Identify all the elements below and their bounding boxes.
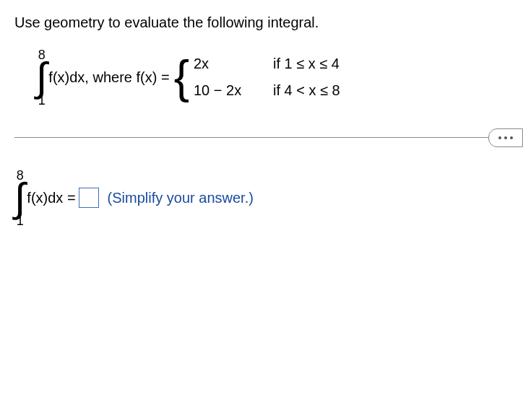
more-options-button[interactable] [488,128,523,147]
piecewise-definition: { 2x if 1 ≤ x ≤ 4 10 − 2x if 4 < x ≤ 8 [174,56,340,99]
integral-definition: 8 ∫ 1 f(x)dx, where f(x) = { 2x if 1 ≤ x… [36,48,509,107]
answer-integral-sign: ∫ [14,182,25,214]
case-expr-1: 2x [194,56,273,72]
answer-lower-bound: 1 [17,214,24,227]
prompt-text: Use geometry to evaluate the following i… [14,14,319,30]
answer-row: 8 ∫ 1 f(x)dx = (Simplify your answer.) [14,169,509,227]
case-row-2: 10 − 2x if 4 < x ≤ 8 [194,82,340,99]
answer-input[interactable] [79,188,99,208]
answer-integrand: f(x)dx = [27,190,75,206]
case-row-1: 2x if 1 ≤ x ≤ 4 [194,56,340,72]
case-cond-2: if 4 < x ≤ 8 [273,82,340,99]
where-label: where f(x) = [92,69,169,85]
divider-row [14,128,509,147]
integral-sign: ∫ [36,61,47,94]
case-expr-2: 10 − 2x [194,82,273,99]
answer-integral-symbol-group: 8 ∫ 1 [14,169,25,227]
answer-hint: (Simplify your answer.) [108,190,254,206]
problem-prompt: Use geometry to evaluate the following i… [14,14,509,31]
integrand-text: f(x)dx, where f(x) = [48,69,169,86]
left-brace: { [174,57,189,99]
lower-bound: 1 [38,94,46,107]
divider-line [14,137,488,138]
ellipsis-icon [498,136,513,139]
case-cond-1: if 1 ≤ x ≤ 4 [273,56,340,72]
integral-symbol-group: 8 ∫ 1 [36,48,47,107]
